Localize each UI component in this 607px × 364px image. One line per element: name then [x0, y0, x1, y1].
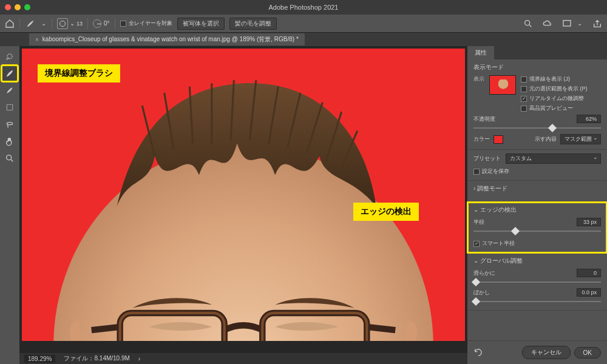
feather-value[interactable]: 0.0 px [577, 288, 601, 297]
canvas[interactable] [22, 49, 465, 341]
radius-label: 半径 [473, 218, 484, 226]
options-bar: ⌄ ⌄ 13 0° 全レイヤーを対象 被写体を選択 髪の毛を調整 ⌄ [0, 15, 607, 33]
svg-point-4 [7, 155, 12, 160]
view-mode-thumbnail[interactable]: ⌄ [489, 75, 516, 95]
annotation-refine-brush: 境界線調整ブラシ [38, 64, 120, 83]
search-icon[interactable] [523, 19, 533, 29]
reset-icon[interactable] [473, 348, 483, 357]
realtime-refine-checkbox[interactable]: リアルタイムの微調整 [521, 95, 588, 103]
remember-settings-checkbox[interactable]: 設定を保存 [473, 167, 601, 175]
document-tab-bar: × kaboompics_Closeup of glasses & vinata… [0, 33, 607, 46]
quick-select-tool[interactable] [2, 49, 18, 64]
ok-button[interactable]: OK [574, 347, 601, 359]
opacity-slider[interactable] [473, 124, 601, 132]
close-tab-icon[interactable]: × [35, 36, 39, 43]
photoshop-window: Adobe Photoshop 2021 ⌄ ⌄ 13 0° 全レイヤーを対象 … [0, 0, 607, 364]
app-title: Adobe Photoshop 2021 [0, 4, 607, 11]
svg-point-0 [525, 20, 530, 25]
properties-tab[interactable]: 属性 [467, 46, 494, 59]
refine-edge-brush-tool[interactable] [2, 66, 18, 81]
properties-panel: 属性 表示モード 表示 ⌄ 境界線を表示 (J) 元の選択範囲を表示 (P) リ… [467, 46, 607, 364]
smooth-label: 滑らかに [473, 269, 495, 277]
opacity-label: 不透明度 [473, 115, 495, 123]
smart-radius-checkbox[interactable]: スマート半径 [473, 240, 601, 248]
view-mode-section: 表示モード 表示 ⌄ 境界線を表示 (J) 元の選択範囲を表示 (P) リアルタ… [467, 59, 607, 150]
home-icon[interactable] [5, 19, 15, 29]
preset-section: プリセット カスタム 設定を保存 [467, 150, 607, 181]
tool-strip [0, 46, 19, 364]
zoom-readout[interactable]: 189.29% [24, 355, 55, 363]
smooth-slider[interactable] [473, 278, 601, 286]
overlay-color-swatch[interactable] [493, 135, 503, 144]
global-refinements-section: グローバル調整 滑らかに 0 ぼかし 0.0 px [467, 253, 607, 311]
document-tab-label: kaboompics_Closeup of glasses & vinatage… [42, 35, 299, 44]
brush-angle-control[interactable]: 0° [93, 19, 110, 28]
document-tab[interactable]: × kaboompics_Closeup of glasses & vinata… [29, 33, 305, 46]
indicate-dropdown[interactable]: マスク範囲 [560, 134, 601, 144]
lasso-tool[interactable] [2, 116, 18, 132]
status-more-icon[interactable]: › [138, 356, 140, 362]
file-size-readout: 8.14M/10.9M [94, 355, 129, 362]
zoom-tool[interactable] [2, 150, 18, 166]
edge-detection-section: エッジの検出 半径 33 px スマート半径 [467, 202, 607, 253]
show-edge-checkbox[interactable]: 境界線を表示 (J) [521, 75, 588, 83]
status-bar: 189.29% ファイル：8.14M/10.9M › [19, 353, 467, 364]
annotation-edge-detect: エッジの検出 [353, 203, 419, 221]
share-icon[interactable] [592, 19, 602, 29]
show-original-checkbox[interactable]: 元の選択範囲を表示 (P) [521, 85, 588, 93]
angle-dial-icon [93, 19, 101, 28]
feather-label: ぼかし [473, 289, 490, 297]
refine-mode-section[interactable]: 調整モード [467, 181, 607, 202]
workspace-dropdown-icon[interactable]: ⌄ [577, 20, 583, 27]
svg-rect-3 [7, 104, 12, 110]
brush-icon [25, 19, 36, 29]
brush-tool[interactable] [2, 83, 18, 98]
object-select-tool[interactable] [2, 99, 18, 115]
arrange-icon[interactable] [562, 19, 572, 29]
refine-hair-button[interactable]: 髪の毛を調整 [229, 18, 277, 30]
opacity-value[interactable]: 62% [577, 115, 601, 123]
brush-preset-dropdown-icon[interactable]: ⌄ [41, 20, 47, 27]
smooth-value[interactable]: 0 [577, 269, 601, 277]
high-quality-preview-checkbox[interactable]: 高品質プレビュー [521, 104, 588, 112]
cloud-docs-icon[interactable] [543, 19, 552, 29]
select-subject-button[interactable]: 被写体を選択 [177, 18, 225, 30]
brush-size-preview-icon [57, 18, 68, 29]
brush-size-control[interactable]: ⌄ 13 [57, 18, 83, 29]
brush-size-value: 13 [76, 21, 83, 27]
titlebar: Adobe Photoshop 2021 [0, 0, 607, 15]
feather-slider[interactable] [473, 298, 601, 305]
radius-value[interactable]: 33 px [577, 218, 601, 226]
radius-slider[interactable] [473, 228, 601, 235]
preset-dropdown[interactable]: カスタム [506, 153, 601, 164]
edge-detection-heading[interactable]: エッジの検出 [473, 206, 601, 214]
view-mode-heading: 表示モード [473, 63, 601, 72]
hand-tool[interactable] [2, 133, 18, 149]
svg-rect-1 [563, 20, 571, 25]
cancel-button[interactable]: キャンセル [522, 346, 571, 359]
angle-value: 0° [104, 20, 110, 27]
panel-footer: キャンセル OK [467, 340, 607, 364]
sample-all-layers-checkbox[interactable]: 全レイヤーを対象 [120, 19, 172, 27]
